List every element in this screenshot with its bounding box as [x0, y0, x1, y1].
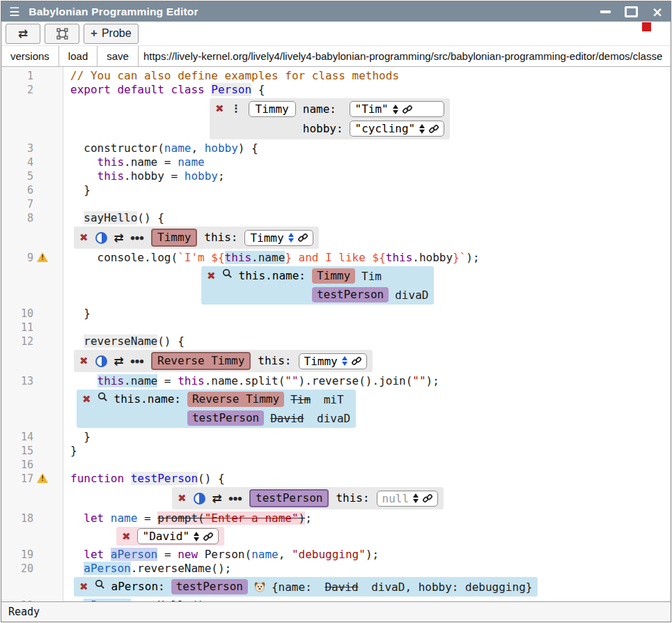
- probe-value: miT: [317, 393, 344, 406]
- delete-x-icon[interactable]: ✖: [178, 491, 187, 506]
- value-box[interactable]: "David": [137, 528, 219, 544]
- link-icon[interactable]: [352, 356, 361, 366]
- example-chip[interactable]: testPerson: [249, 489, 329, 507]
- toggle-icon[interactable]: [95, 355, 107, 367]
- swap-arrows-icon[interactable]: ⇄: [212, 491, 222, 506]
- code-line[interactable]: aPerson.sayHello();: [63, 599, 211, 601]
- status-bar: Ready: [1, 601, 671, 622]
- add-probe-button[interactable]: + Probe: [84, 24, 139, 44]
- code-line[interactable]: sayHello() {: [63, 211, 164, 225]
- more-options-icon[interactable]: ●●●: [229, 491, 242, 506]
- code-token: .name.split(: [205, 374, 286, 387]
- code-line[interactable]: console.log(`I'm ${this.name} and I like…: [63, 251, 480, 265]
- swap-arrows-icon[interactable]: ⇄: [114, 353, 124, 369]
- method-example-widget: ✖⇄●●●Timmythis:Timmy: [74, 226, 319, 249]
- line-number: 2: [1, 84, 33, 97]
- value-box[interactable]: null: [377, 491, 439, 507]
- toggle-icon[interactable]: [95, 232, 107, 244]
- delete-x-icon[interactable]: ✖: [207, 268, 216, 284]
- code-line[interactable]: function testPerson() {: [63, 472, 225, 486]
- gutter-cell: 1: [1, 69, 63, 83]
- value-stepper[interactable]: [288, 233, 294, 243]
- value-stepper[interactable]: [393, 105, 398, 114]
- value-stepper[interactable]: [342, 356, 347, 366]
- code-line[interactable]: aPerson.reverseName();: [63, 562, 231, 576]
- code-token: ): [299, 512, 306, 525]
- stepper-down-icon[interactable]: [342, 362, 347, 366]
- select-bounds-button[interactable]: [45, 24, 79, 44]
- code-editor[interactable]: 1// You can also define examples for cla…: [1, 67, 671, 601]
- code-line[interactable]: let name = prompt("Enter a name");: [63, 512, 312, 525]
- code-token: .sayHello();: [131, 599, 212, 601]
- save-button[interactable]: save: [97, 46, 139, 66]
- stepper-up-icon[interactable]: [342, 356, 347, 360]
- example-name-input[interactable]: Timmy: [249, 101, 296, 117]
- value-stepper[interactable]: [419, 124, 425, 134]
- delete-x-icon[interactable]: ✖: [79, 230, 88, 245]
- example-chip[interactable]: Timmy: [312, 268, 355, 284]
- delete-x-icon[interactable]: ✖: [79, 579, 88, 594]
- link-icon[interactable]: [203, 532, 213, 541]
- value-box[interactable]: Timmy: [299, 353, 367, 369]
- link-icon[interactable]: [298, 233, 308, 243]
- stepper-down-icon[interactable]: [393, 110, 398, 114]
- close-button[interactable]: ×: [652, 7, 663, 17]
- link-icon[interactable]: [403, 105, 412, 114]
- code-line[interactable]: // You can also define examples for clas…: [63, 69, 399, 83]
- stepper-down-icon[interactable]: [288, 238, 294, 243]
- load-button[interactable]: load: [59, 46, 97, 66]
- more-options-icon[interactable]: ●●●: [131, 353, 144, 369]
- delete-x-icon[interactable]: ✖: [82, 392, 91, 407]
- delete-x-icon[interactable]: ✖: [215, 101, 224, 116]
- code-line[interactable]: this.name = name: [63, 155, 205, 169]
- example-chip[interactable]: Reverse Timmy: [187, 392, 284, 407]
- value-box[interactable]: "Tim": [350, 101, 445, 117]
- value-stepper[interactable]: [413, 493, 419, 503]
- code-line[interactable]: export default class Person {: [63, 83, 265, 97]
- stepper-down-icon[interactable]: [413, 499, 419, 503]
- code-token: name: [164, 141, 192, 155]
- stepper-up-icon[interactable]: [419, 124, 425, 128]
- delete-x-icon[interactable]: ✖: [79, 353, 88, 369]
- stepper-down-icon[interactable]: [419, 130, 425, 134]
- code-line[interactable]: this.name = this.name.split("").reverse(…: [63, 374, 439, 388]
- value-box[interactable]: "cycling": [350, 121, 445, 137]
- menu-icon[interactable]: ☰: [9, 5, 19, 19]
- maximize-button[interactable]: [625, 6, 638, 17]
- swap-arrows-icon[interactable]: ⇄: [114, 230, 124, 245]
- link-icon[interactable]: [423, 493, 432, 503]
- minimize-button[interactable]: [600, 10, 611, 13]
- stepper-up-icon[interactable]: [413, 493, 419, 498]
- link-icon[interactable]: [429, 124, 439, 134]
- example-chip[interactable]: Reverse Timmy: [151, 352, 251, 370]
- field-label: name:: [303, 102, 343, 117]
- example-chip[interactable]: testPerson: [187, 410, 264, 426]
- example-chip[interactable]: testPerson: [312, 287, 389, 302]
- kebab-menu-icon[interactable]: ⋮: [231, 101, 242, 116]
- swap-button[interactable]: ⇄: [6, 24, 40, 44]
- stepper-up-icon[interactable]: [393, 105, 398, 109]
- code-line[interactable]: }: [63, 307, 91, 321]
- delete-x-icon[interactable]: ✖: [122, 529, 131, 544]
- code-line[interactable]: let aPerson = new Person(name, "debuggin…: [63, 548, 379, 562]
- code-line[interactable]: reverseName() {: [63, 334, 185, 348]
- value-text: "Tim": [355, 102, 389, 116]
- code-token: }: [70, 307, 91, 320]
- value-text: "cycling": [355, 121, 416, 136]
- versions-button[interactable]: versions: [1, 46, 59, 66]
- code-line[interactable]: this.hobby = hobby;: [63, 169, 225, 183]
- code-line[interactable]: }: [63, 444, 77, 458]
- code-line[interactable]: constructor(name, hobby) {: [63, 141, 258, 155]
- code-line[interactable]: }: [63, 183, 91, 197]
- toggle-icon[interactable]: [194, 493, 205, 505]
- stepper-up-icon[interactable]: [288, 233, 294, 237]
- code-line[interactable]: }: [63, 430, 91, 444]
- stepper-down-icon[interactable]: [194, 537, 199, 541]
- url-field[interactable]: https://lively-kernel.org/lively4/lively…: [139, 46, 671, 66]
- stepper-up-icon[interactable]: [194, 532, 199, 536]
- value-stepper[interactable]: [194, 532, 199, 541]
- example-chip[interactable]: Timmy: [151, 229, 197, 247]
- more-options-icon[interactable]: ●●●: [131, 230, 144, 245]
- example-chip[interactable]: testPerson: [171, 579, 248, 594]
- value-box[interactable]: Timmy: [244, 230, 313, 246]
